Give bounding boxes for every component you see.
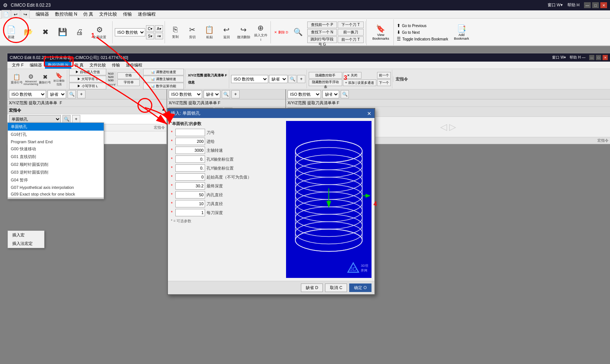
next-tool-btn[interactable]: 前一换刀: [338, 29, 364, 36]
right-mode-select[interactable]: 缺省: [322, 90, 339, 98]
search-button[interactable]: 🔍: [290, 22, 306, 42]
undo-button[interactable]: ↩ 返回: [218, 22, 235, 42]
insert-macro-item[interactable]: 插入宏: [8, 231, 44, 239]
menu-sim[interactable]: 仿 真: [80, 10, 96, 18]
single-mill-add-btn[interactable]: +: [72, 115, 80, 123]
macro-item-7[interactable]: G04 暂停: [8, 176, 104, 184]
param-input-8[interactable]: [175, 200, 205, 207]
inner-close[interactable]: ✕: [603, 55, 608, 60]
inner-menu-mini[interactable]: 迷你编程: [123, 62, 145, 69]
nc-type-select[interactable]: ISO 数控铣: [115, 28, 145, 36]
outer-restore-button[interactable]: □: [592, 2, 599, 8]
macro-item-0[interactable]: 单圆铣孔: [8, 123, 104, 131]
goto-line-btn[interactable]: 跳到行号/字段号 G: [307, 36, 337, 43]
insert-file-button[interactable]: ⊕ 插入文件 I: [253, 22, 269, 42]
macro-item-6[interactable]: G03 逆时针圆弧切削: [8, 168, 104, 176]
default-button[interactable]: 缺省 D: [301, 283, 323, 292]
new-file-button[interactable]: 📄 新建: [3, 22, 19, 42]
param-input-2[interactable]: [175, 147, 205, 154]
left-mode-select[interactable]: 缺省: [48, 90, 66, 98]
macro-item-3[interactable]: G00 快速移动: [8, 145, 104, 153]
quick-access-undo[interactable]: ↩: [11, 10, 20, 19]
right-search-btn[interactable]: 🔍: [341, 90, 349, 98]
mid-mode-select[interactable]: 缺省: [204, 90, 220, 98]
all-settings-button[interactable]: ⚙ 全局设置: [88, 22, 111, 42]
auto-insert-button[interactable]: ▶ 自动插入空值: [69, 69, 106, 75]
menu-transfer[interactable]: 传输: [120, 10, 135, 18]
space-button[interactable]: 空格: [117, 72, 140, 79]
menu-mini-prog[interactable]: 迷你编程: [135, 10, 159, 18]
inner-nc-type-select[interactable]: ISO 数控铣: [231, 75, 268, 83]
mid-search-btn[interactable]: 🔍: [222, 90, 230, 98]
adjust-spin-button[interactable]: 📊 调整主轴转速: [143, 76, 184, 82]
menu-editor[interactable]: 编辑器: [33, 10, 52, 18]
inner-menu-editor[interactable]: 编辑器: [27, 62, 45, 69]
macro-item-2[interactable]: Program Start and End: [8, 138, 104, 145]
toolbar-btn-s[interactable]: S▾: [146, 33, 154, 39]
next-macro-button[interactable]: 下一个: [377, 79, 391, 86]
macro-item-5[interactable]: G02 顺时针圆弧切削: [8, 161, 104, 168]
redo-button[interactable]: ↪ 撤消删除: [236, 22, 252, 42]
outer-minimize-button[interactable]: —: [584, 2, 591, 8]
paste-button[interactable]: 📋 粘贴: [201, 22, 218, 42]
left-add-btn[interactable]: +: [77, 90, 85, 98]
outer-close-button[interactable]: ✕: [600, 2, 607, 8]
param-input-0[interactable]: [175, 129, 205, 136]
find-next-n-btn[interactable]: 查找下一个 N: [307, 29, 337, 36]
close-macro-button[interactable]: ✕ 关闭: [343, 72, 361, 79]
delete-d-button[interactable]: ✕ 删除 D: [273, 22, 289, 42]
advanced-renum-button[interactable]: ⚙ Advancedrenumbering: [24, 71, 38, 87]
macro-item-9[interactable]: G09 Exact stop check for one block: [8, 191, 104, 197]
uppercase-button[interactable]: ▶ 大写字符 U: [69, 76, 106, 82]
insert-macro-def-item[interactable]: 插入法宏定: [8, 239, 44, 248]
single-mill-select[interactable]: 单圆铣孔: [9, 115, 61, 123]
param-input-4[interactable]: [175, 164, 205, 172]
hide-helper-float-button[interactable]: 隐藏数控助手浮动条: [309, 79, 342, 86]
single-mill-search-btn[interactable]: 🔍: [62, 115, 71, 123]
menu-nc-func[interactable]: 数控功能 N: [52, 10, 80, 18]
toolbar-btn-a[interactable]: A▾: [155, 25, 163, 32]
del-row-button[interactable]: ✖ 删除行号: [38, 71, 52, 87]
inner-menu-file[interactable]: 文件 F: [9, 62, 27, 69]
prev-tool-btn[interactable]: 下一个刀 T: [338, 22, 364, 28]
inner-mode-select[interactable]: 缺省: [269, 75, 288, 83]
cancel-button[interactable]: 取消 C: [325, 283, 347, 292]
quick-access-redo[interactable]: ↪: [21, 10, 30, 19]
inner-minimize[interactable]: —: [589, 55, 594, 60]
mid-nc-select[interactable]: ISO 数控铣: [169, 90, 202, 98]
find-prev-btn[interactable]: 查找前一个 P: [307, 22, 337, 28]
inner-menu-nc[interactable]: 数控功能 N: [45, 62, 71, 69]
macro-item-8[interactable]: G07 Hypothetical axis interpolation: [8, 184, 104, 191]
left-search-icon-btn[interactable]: 🔍: [68, 90, 76, 98]
math-func-button[interactable]: 📊 数学运算功能: [143, 83, 184, 89]
go-prev-button[interactable]: ⬆ Go to Previous: [396, 23, 427, 29]
right-nc-select[interactable]: ISO 数控铣: [288, 90, 321, 98]
macro-collapse-btn[interactable]: ▲: [162, 108, 165, 111]
inner-plus-button[interactable]: +: [297, 75, 305, 83]
mid-add-btn[interactable]: +: [231, 90, 240, 98]
confirm-button[interactable]: 确定 O: [349, 283, 371, 292]
lowercase-button[interactable]: ▶ 小写字符 L: [69, 83, 106, 89]
close-button[interactable]: ✖: [37, 22, 53, 42]
dialog-close-button[interactable]: ✕: [367, 111, 371, 117]
toolbar-btn-plus[interactable]: +▾: [155, 33, 163, 39]
inner-restore[interactable]: □: [596, 55, 601, 60]
renum-button[interactable]: 📋 重排行号: [10, 71, 23, 87]
inner-menu-compare[interactable]: 文件比较: [87, 62, 109, 69]
adjust-speed-button[interactable]: 📊 调整进给速度: [143, 69, 184, 75]
print-button[interactable]: 🖨: [71, 22, 88, 42]
param-input-6[interactable]: [175, 182, 205, 190]
toolbar-btn-c[interactable]: C▾: [146, 25, 154, 32]
copy-button[interactable]: ⎘ 复制: [167, 22, 184, 42]
param-input-5[interactable]: [175, 173, 205, 181]
add-channel-button[interactable]: + 添加 | 设置多通道: [343, 79, 376, 86]
save-button[interactable]: 💾: [54, 22, 71, 42]
menu-compare[interactable]: 文件比较: [96, 10, 120, 18]
cut-button[interactable]: ✂ 剪切: [184, 22, 201, 42]
param-input-7[interactable]: [175, 191, 205, 199]
toggle-indicators-button[interactable]: ☰ Toggle Indicators Bookmark: [396, 36, 449, 42]
param-input-9[interactable]: [175, 209, 205, 216]
prev-change-btn[interactable]: 前一个刀 T: [338, 36, 364, 43]
macro-item-1[interactable]: G16打孔: [8, 131, 104, 138]
open-button[interactable]: 📂: [20, 22, 36, 42]
